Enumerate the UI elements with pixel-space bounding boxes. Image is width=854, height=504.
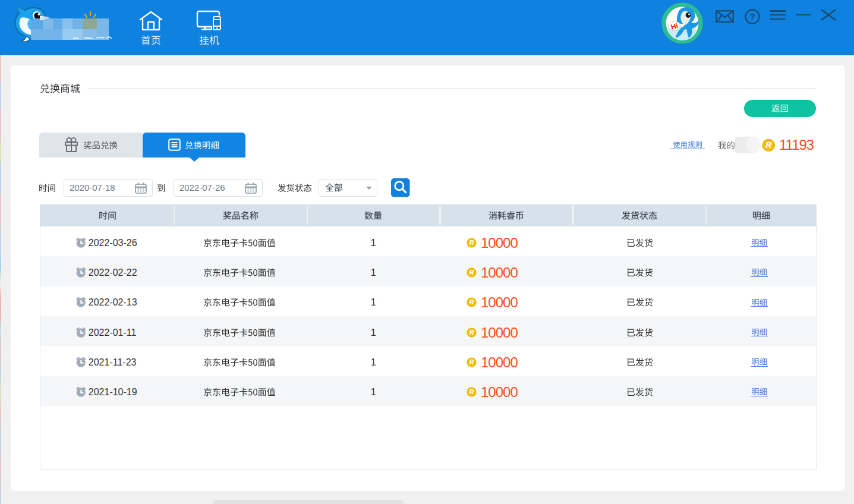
svg-text:R: R: [469, 329, 474, 336]
svg-text:R: R: [469, 299, 474, 305]
svg-text:?: ?: [749, 11, 755, 21]
svg-text:R: R: [469, 359, 474, 366]
svg-text:R: R: [469, 269, 474, 276]
svg-text:R: R: [765, 141, 771, 150]
svg-text:R: R: [469, 389, 474, 395]
svg-text:R: R: [469, 240, 474, 246]
